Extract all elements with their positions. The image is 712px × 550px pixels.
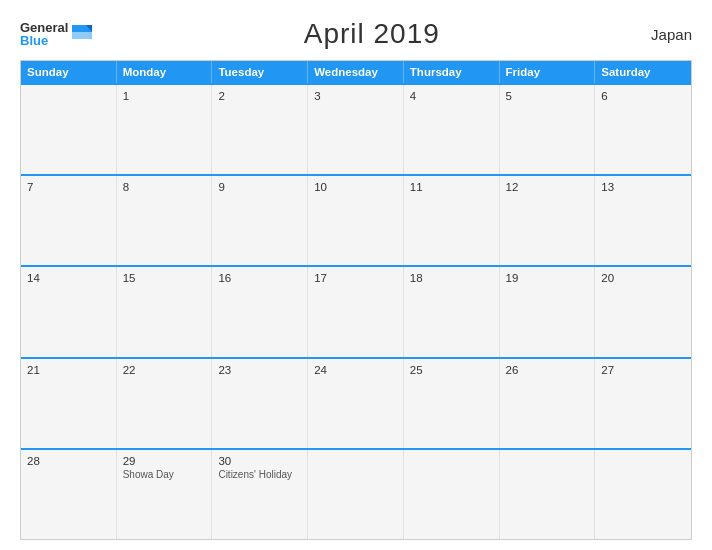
cell-w4-thu: 25 bbox=[404, 359, 500, 448]
cell-w1-tue: 2 bbox=[212, 85, 308, 174]
country-label: Japan bbox=[651, 26, 692, 43]
cell-w3-sun: 14 bbox=[21, 267, 117, 356]
cell-w2-tue: 9 bbox=[212, 176, 308, 265]
cell-w4-fri: 26 bbox=[500, 359, 596, 448]
cell-w5-sat bbox=[595, 450, 691, 539]
calendar-grid: Sunday Monday Tuesday Wednesday Thursday… bbox=[20, 60, 692, 540]
calendar-title: April 2019 bbox=[304, 18, 440, 50]
logo-blue-text: Blue bbox=[20, 34, 68, 47]
cell-w3-sat: 20 bbox=[595, 267, 691, 356]
cell-w2-sun: 7 bbox=[21, 176, 117, 265]
cell-w4-sun: 21 bbox=[21, 359, 117, 448]
cell-w1-sun bbox=[21, 85, 117, 174]
cell-w4-mon: 22 bbox=[117, 359, 213, 448]
cell-w1-sat: 6 bbox=[595, 85, 691, 174]
calendar-page: General Blue April 2019 Japan Sunday Mon… bbox=[0, 0, 712, 550]
cell-w1-wed: 3 bbox=[308, 85, 404, 174]
header-tuesday: Tuesday bbox=[212, 61, 308, 83]
cell-w5-tue: 30 Citizens' Holiday bbox=[212, 450, 308, 539]
cell-w4-tue: 23 bbox=[212, 359, 308, 448]
cell-w1-thu: 4 bbox=[404, 85, 500, 174]
cell-w5-fri bbox=[500, 450, 596, 539]
header-friday: Friday bbox=[500, 61, 596, 83]
header: General Blue April 2019 Japan bbox=[20, 18, 692, 50]
svg-rect-1 bbox=[72, 32, 92, 39]
cell-w5-mon: 29 Showa Day bbox=[117, 450, 213, 539]
week-row-3: 14 15 16 17 18 19 20 bbox=[21, 265, 691, 356]
week-row-4: 21 22 23 24 25 26 27 bbox=[21, 357, 691, 448]
cell-w3-wed: 17 bbox=[308, 267, 404, 356]
week-row-2: 7 8 9 10 11 12 13 bbox=[21, 174, 691, 265]
cell-w3-tue: 16 bbox=[212, 267, 308, 356]
cell-w5-thu bbox=[404, 450, 500, 539]
week-row-1: 1 2 3 4 5 6 bbox=[21, 83, 691, 174]
week-row-5: 28 29 Showa Day 30 Citizens' Holiday bbox=[21, 448, 691, 539]
header-wednesday: Wednesday bbox=[308, 61, 404, 83]
calendar-body: 1 2 3 4 5 6 7 8 9 10 11 12 13 14 15 bbox=[21, 83, 691, 539]
header-sunday: Sunday bbox=[21, 61, 117, 83]
logo-flag-icon bbox=[72, 25, 92, 39]
cell-w2-wed: 10 bbox=[308, 176, 404, 265]
cell-w3-mon: 15 bbox=[117, 267, 213, 356]
showa-day-label: Showa Day bbox=[123, 469, 206, 480]
citizens-holiday-label: Citizens' Holiday bbox=[218, 469, 301, 480]
cell-w2-sat: 13 bbox=[595, 176, 691, 265]
cell-w1-fri: 5 bbox=[500, 85, 596, 174]
logo: General Blue bbox=[20, 21, 92, 47]
calendar-header-row: Sunday Monday Tuesday Wednesday Thursday… bbox=[21, 61, 691, 83]
cell-w2-fri: 12 bbox=[500, 176, 596, 265]
cell-w1-mon: 1 bbox=[117, 85, 213, 174]
header-saturday: Saturday bbox=[595, 61, 691, 83]
cell-w4-wed: 24 bbox=[308, 359, 404, 448]
cell-w2-thu: 11 bbox=[404, 176, 500, 265]
header-thursday: Thursday bbox=[404, 61, 500, 83]
cell-w3-thu: 18 bbox=[404, 267, 500, 356]
cell-w2-mon: 8 bbox=[117, 176, 213, 265]
cell-w5-wed bbox=[308, 450, 404, 539]
header-monday: Monday bbox=[117, 61, 213, 83]
cell-w3-fri: 19 bbox=[500, 267, 596, 356]
cell-w4-sat: 27 bbox=[595, 359, 691, 448]
cell-w5-sun: 28 bbox=[21, 450, 117, 539]
